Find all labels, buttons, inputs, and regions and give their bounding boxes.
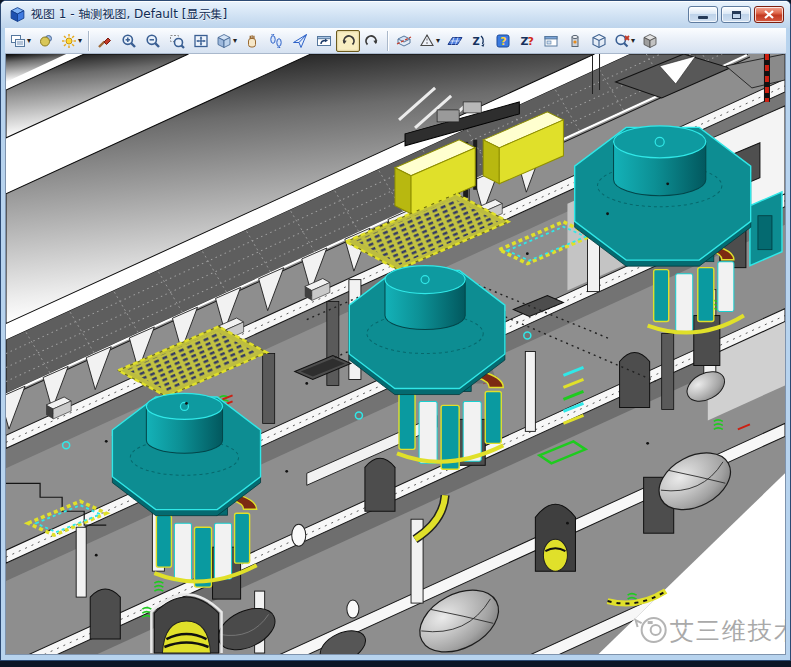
i-zoomfit — [193, 33, 209, 49]
watermark: 艾三维技术 艾三维技术 — [636, 617, 785, 646]
titlebar[interactable]: 视图 1 - 轴测视图, Default [显示集] — [1, 1, 790, 28]
zoom-in[interactable] — [117, 30, 141, 52]
i-hand — [244, 33, 260, 49]
dropdown-arrow-icon: ▾ — [27, 37, 31, 45]
view-orientation-cube[interactable]: ▾ — [213, 30, 240, 52]
mini-view-window[interactable] — [539, 30, 563, 52]
window-title: 视图 1 - 轴测视图, Default [显示集] — [31, 6, 227, 23]
toolbar: ▾▾▾▾▾ — [5, 28, 786, 54]
zoom-fit[interactable] — [189, 30, 213, 52]
z-query[interactable] — [515, 30, 539, 52]
window-controls — [688, 6, 784, 23]
dropdown-arrow-icon: ▾ — [436, 37, 440, 45]
toolbar-separator — [88, 31, 90, 51]
measure-gauge[interactable] — [563, 30, 587, 52]
i-prism — [419, 33, 435, 49]
i-redo — [364, 33, 380, 49]
i-cube — [216, 33, 232, 49]
lighting-mode[interactable]: ▾ — [58, 30, 85, 52]
display-set-selector[interactable]: ▾ — [7, 30, 34, 52]
i-brush — [97, 33, 113, 49]
watermark-text: 艾三维技术 — [670, 617, 785, 645]
dropdown-arrow-icon: ▾ — [233, 37, 237, 45]
wall-oval — [292, 524, 306, 546]
i-zquest — [519, 33, 535, 49]
minimize-icon — [698, 16, 708, 19]
arch-with-yellow-dome — [151, 595, 221, 653]
fly-mode[interactable] — [288, 30, 312, 52]
pan-hand[interactable] — [240, 30, 264, 52]
viewport-3d[interactable]: 艾三维技术 艾三维技术 — [5, 54, 786, 655]
i-zoomin — [121, 33, 137, 49]
z-translate[interactable] — [467, 30, 491, 52]
dropdown-arrow-icon: ▾ — [631, 37, 635, 45]
i-cubegray — [642, 33, 658, 49]
render-mode[interactable] — [34, 30, 58, 52]
i-sphere — [38, 33, 54, 49]
i-gridplane — [447, 33, 463, 49]
annotate-brush[interactable] — [93, 30, 117, 52]
minimize-button[interactable] — [688, 6, 718, 23]
i-bluequest — [495, 33, 511, 49]
zoom-out[interactable] — [141, 30, 165, 52]
walk-mode[interactable] — [264, 30, 288, 52]
close-icon — [764, 10, 774, 19]
window-frame-bottom — [5, 655, 786, 660]
i-wirecube — [591, 33, 607, 49]
model-scene[interactable]: 艾三维技术 艾三维技术 — [6, 54, 785, 654]
i-zoomrect — [169, 33, 185, 49]
zoom-selected[interactable]: ▾ — [611, 30, 638, 52]
rotate-view-ccw[interactable] — [336, 30, 360, 52]
rotate-view-cw[interactable] — [360, 30, 384, 52]
i-clipbox — [396, 33, 412, 49]
arch-opening — [365, 458, 395, 511]
query-info[interactable] — [491, 30, 515, 52]
toolbar-separator — [387, 31, 389, 51]
dropdown-arrow-icon: ▾ — [78, 37, 82, 45]
i-winarrow — [316, 33, 332, 49]
i-cylinder — [567, 33, 583, 49]
perspective-cone[interactable]: ▾ — [416, 30, 443, 52]
i-feet — [268, 33, 284, 49]
i-zoomx — [614, 33, 630, 49]
previous-view[interactable] — [312, 30, 336, 52]
i-zoomout — [145, 33, 161, 49]
cad-window: 视图 1 - 轴测视图, Default [显示集] ▾▾▾▾▾ — [0, 0, 791, 661]
app-cube-icon — [9, 6, 26, 23]
i-winsmall — [543, 33, 559, 49]
i-winlist — [10, 33, 26, 49]
i-sun — [61, 33, 77, 49]
i-zdown — [471, 33, 487, 49]
wireframe-view[interactable] — [587, 30, 611, 52]
clip-volume[interactable] — [392, 30, 416, 52]
arch-opening-with-machinery — [535, 504, 575, 571]
zoom-window[interactable] — [165, 30, 189, 52]
maximize-icon — [732, 11, 741, 19]
work-plane[interactable] — [443, 30, 467, 52]
desktop-strip — [0, 661, 791, 667]
material-view[interactable] — [638, 30, 662, 52]
i-undo — [340, 33, 356, 49]
maximize-button[interactable] — [721, 6, 751, 23]
close-button[interactable] — [754, 6, 784, 23]
i-plane — [292, 33, 308, 49]
